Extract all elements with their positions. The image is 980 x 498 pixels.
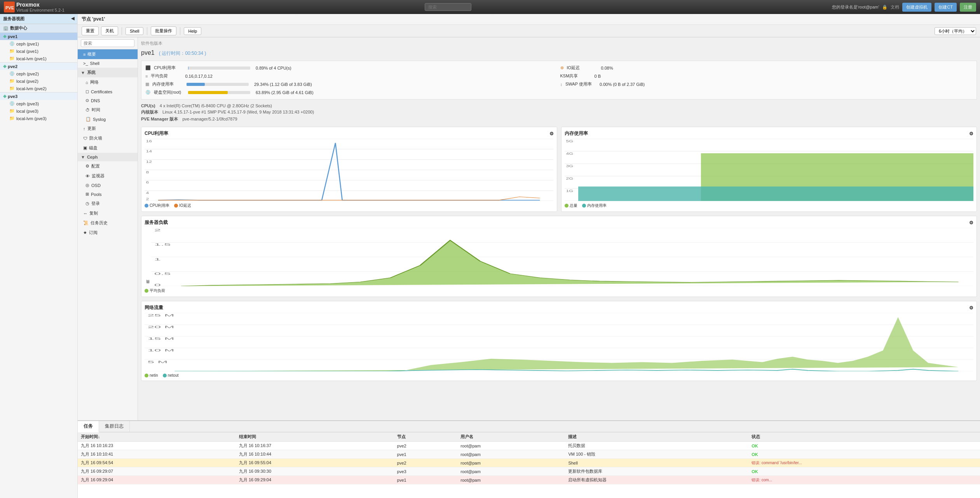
svg-text:0: 0 [154,283,161,286]
sidebar-item-ceph-pve2[interactable]: 💿 ceph (pve2) [0,70,77,77]
sidebar-item-local-pve1[interactable]: 📁 local (pve1) [0,47,77,55]
cpu-info-detail-label: CPU(s) [141,103,155,108]
load-chart-settings-icon[interactable]: ⚙ [969,220,973,225]
disk-progress-bar [188,91,228,94]
left-nav-ceph-config[interactable]: ⚙ 配置 [78,161,138,171]
io-delay-row: ⊕ IO延迟 0.08% [560,65,973,71]
ceph-pve3-label: ceph (pve3) [16,101,39,106]
cpu-chart-settings-icon[interactable]: ⚙ [549,131,554,136]
left-nav-task-history[interactable]: 📜 任务历史 [78,218,138,228]
col-start-time[interactable]: 开始时间↓ [78,432,236,442]
col-node[interactable]: 节点 [394,432,458,442]
ceph-pve1-icon: 💿 [9,41,15,46]
svg-text:PVE: PVE [5,5,14,10]
shell-button[interactable]: Shell [126,27,143,35]
register-button[interactable]: 注册 [960,3,976,12]
shell-nav-label: Shell [90,61,99,66]
help-button[interactable]: Help [184,27,201,35]
cell-user: root@pam [457,459,565,467]
col-username[interactable]: 用户名 [457,432,565,442]
load-chart-card: 服务器负载 ⚙ 平均负荷 [141,216,977,297]
bottom-tabs: 任务 集群日志 [78,421,980,432]
firewall-icon: 🛡 [83,136,87,141]
swap-row: ↕ SWAP 使用率 0.00% (0 B of 2.37 GiB) [560,81,973,87]
cell-status: OK [748,450,980,459]
left-nav-firewall[interactable]: 🛡 防火墙 [78,133,138,143]
global-search[interactable] [425,3,471,11]
task-history-label: 任务历史 [91,220,108,226]
sidebar-item-ceph-pve1[interactable]: 💿 ceph (pve1) [0,40,77,47]
table-row: 九月 16 10:10:41 九月 16 10:10:44 pve1 root@… [78,450,980,459]
node-toolbar: 重置 关机 Shell 批量操作 Help 6小时（平均） [78,25,980,37]
create-vm-button[interactable]: 创建虚拟机 [902,3,931,12]
timerange-select[interactable]: 6小时（平均） [935,27,976,35]
left-nav-dns[interactable]: ⊙ DNS [78,96,138,105]
left-nav-disk[interactable]: ▣ 磁盘 [78,143,138,153]
disk-info-row: 💿 硬盘空间(root) 63.89% (2.95 GiB of 4.61 Gi… [145,89,558,95]
sidebar-item-local-pve3[interactable]: 📁 local (pve3) [0,107,77,115]
left-nav-syslog[interactable]: 📋 Syslog [78,115,138,124]
avg-load-row: ≡ 平均负荷 0.16,0.17,0.12 [145,73,558,79]
load-legend-avg: 平均负荷 [145,288,165,294]
table-row: 九月 16 09:29:04 九月 16 09:29:04 pve1 root@… [78,476,980,484]
local-pve3-label: local (pve3) [16,109,38,114]
left-nav-certificates[interactable]: ◻ Certificates [78,87,138,96]
sidebar-collapse-icon[interactable]: ◀ [71,16,74,22]
locallvm-pve1-icon: 📁 [9,56,15,61]
cluster-log-tab[interactable]: 集群日志 [99,421,130,432]
sidebar-item-pve1[interactable]: ◈ pve1 [0,32,77,40]
left-nav-time[interactable]: ⏱ 时间 [78,105,138,115]
load-chart-svg: 2 1.5 1 0.5 0 [151,228,973,286]
net-chart-settings-icon[interactable]: ⚙ [969,305,973,311]
mem-chart-area: 5G 4G 3G 2G 1G [565,139,974,201]
bulk-action-button[interactable]: 批量操作 [151,26,176,35]
left-nav-replication[interactable]: ↔ 复制 [78,208,138,218]
sidebar-item-locallvm-pve1[interactable]: 📁 local-lvm (pve1) [0,55,77,62]
pve3-node-icon: ◈ [3,94,6,99]
app-subtitle: Virtual Environment 5.2-1 [16,8,65,12]
left-nav-shell[interactable]: >_ Shell [78,59,138,68]
col-description[interactable]: 描述 [565,432,748,442]
mem-legend-total: 总量 [565,203,577,208]
cert-label: Certificates [91,89,112,94]
software-version-label: 软件包版本 [141,40,977,46]
table-row: 九月 16 09:29:07 九月 16 09:30:30 pve3 root@… [78,467,980,476]
locallvm-pve2-label: local-lvm (pve2) [16,86,47,91]
pve-manager-label: PVE Manager 版本 [141,117,178,121]
shutdown-button[interactable]: 关机 [101,26,118,35]
cpu-chart-area: 16 14 12 8 6 4 2 [145,139,554,201]
create-ct-button[interactable]: 创建CT [935,3,957,12]
charts-grid: CPU利用率 ⚙ [141,127,977,212]
file-menu[interactable]: 文档 [891,4,899,10]
sidebar-item-datacenter[interactable]: 🏢 数据中心 [0,24,77,32]
tasks-table: 开始时间↓ 结束时间 节点 用户名 描述 状态 九月 16 10:16:23 九… [78,432,980,484]
ksm-label: KSM共享 [560,73,591,79]
tasks-tab[interactable]: 任务 [78,421,99,432]
summary-icon: ≡ [83,52,85,57]
left-nav-ceph-header[interactable]: ▼ Ceph [78,153,138,161]
sidebar-item-pve2[interactable]: ◈ pve2 [0,62,77,70]
reset-button[interactable]: 重置 [82,26,99,35]
mem-chart-settings-icon[interactable]: ⚙ [969,131,973,136]
left-nav-summary[interactable]: ≡ 概要 [78,49,138,59]
left-nav-osd[interactable]: ◎ OSD [78,181,138,190]
col-status[interactable]: 状态 [748,432,980,442]
svg-text:2: 2 [146,197,149,201]
sidebar-item-local-pve2[interactable]: 📁 local (pve2) [0,77,77,85]
left-nav-ceph-monitor[interactable]: 👁 监视器 [78,171,138,181]
left-search-input[interactable] [81,39,134,47]
left-nav-network[interactable]: ⌂ 网络 [78,77,138,87]
left-nav-login[interactable]: ◷ 登录 [78,199,138,208]
sidebar-item-ceph-pve3[interactable]: 💿 ceph (pve3) [0,100,77,107]
left-nav-system-header[interactable]: ▼ 系统 [78,68,138,77]
left-nav-subscription[interactable]: ★ 订阅 [78,228,138,238]
tasks-table-body: 九月 16 10:16:23 九月 16 10:16:37 pve2 root@… [78,442,980,484]
sidebar-item-locallvm-pve2[interactable]: 📁 local-lvm (pve2) [0,85,77,92]
sidebar-item-locallvm-pve3[interactable]: 📁 local-lvm (pve3) [0,115,77,122]
cert-icon: ◻ [85,89,89,94]
sidebar-item-pve3[interactable]: ◈ pve3 [0,92,77,100]
col-end-time[interactable]: 结束时间 [236,432,394,442]
net-chart-legend: netin netout [145,373,973,377]
left-nav-update[interactable]: ↑ 更新 [78,124,138,133]
left-nav-pools[interactable]: ⊞ Pools [78,190,138,199]
